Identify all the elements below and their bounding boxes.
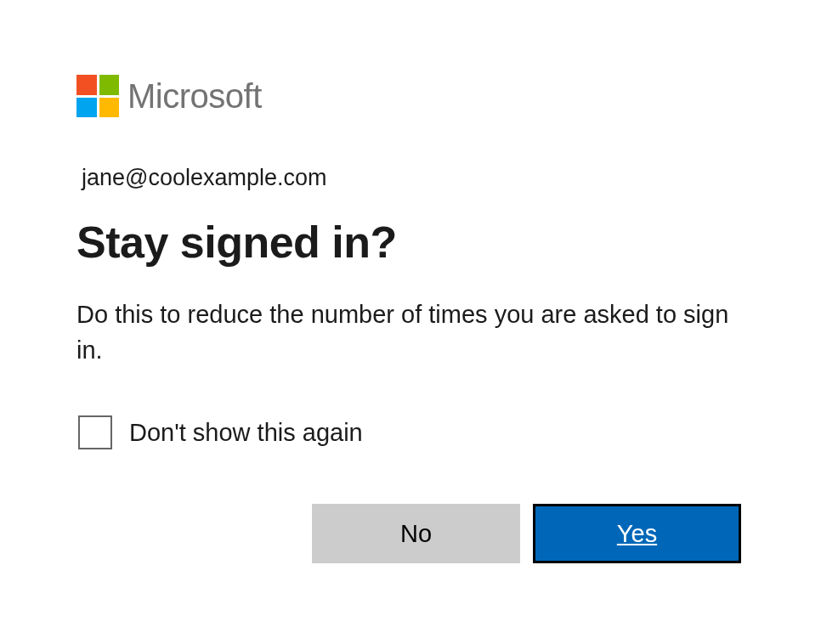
dont-show-again-label[interactable]: Don't show this again — [129, 419, 363, 447]
yes-button[interactable]: Yes — [533, 504, 741, 563]
page-title: Stay signed in? — [76, 217, 745, 268]
prompt-description: Do this to reduce the number of times yo… — [76, 297, 739, 368]
brand-header: Microsoft — [76, 75, 745, 117]
action-buttons: No Yes — [76, 504, 745, 563]
dont-show-again-checkbox[interactable] — [78, 415, 112, 449]
dont-show-again-row[interactable]: Don't show this again — [78, 415, 745, 449]
no-button[interactable]: No — [312, 504, 520, 563]
brand-name: Microsoft — [127, 77, 262, 116]
signin-dialog: Microsoft jane@coolexample.com Stay sign… — [0, 0, 821, 563]
microsoft-logo-icon — [76, 75, 119, 117]
account-email: jane@coolexample.com — [82, 165, 745, 191]
